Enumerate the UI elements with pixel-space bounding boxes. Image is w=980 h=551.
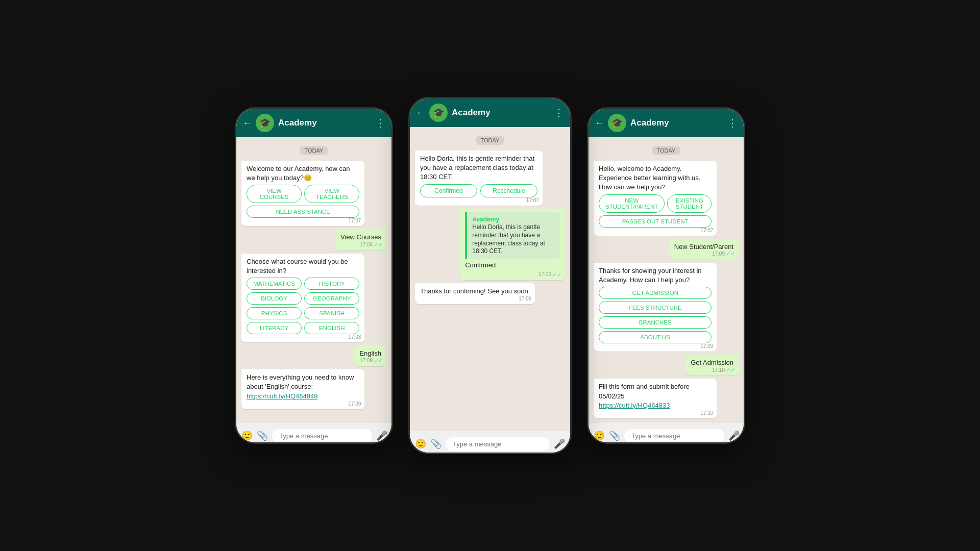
- bot-message-3: Fill this form and submit before 05/02/2…: [594, 379, 717, 418]
- bot-message-1: Welcome to our Academy, how can we help …: [241, 161, 364, 226]
- phone3-input-bar: 🙂 📎 🎤: [589, 423, 744, 444]
- physics-btn[interactable]: PHYSICS: [247, 307, 302, 319]
- microphone-icon[interactable]: 🎤: [554, 438, 565, 449]
- back-arrow-icon[interactable]: ←: [416, 108, 425, 118]
- phones-container: ← 🎓 Academy ⋮ TODAY Welcome to our Acade…: [235, 97, 745, 454]
- user-message-2: Get Admission 17:10 ✓✓: [685, 355, 739, 375]
- phone2-chat-area: TODAY Hello Doria, this is gentle remind…: [410, 127, 570, 431]
- confirmed-reschedule-row: Confirmed Reschedule: [420, 184, 537, 197]
- menu-dots-icon[interactable]: ⋮: [727, 117, 738, 129]
- phone1-header: ← 🎓 Academy ⋮: [236, 109, 391, 137]
- new-student-btn[interactable]: NEW STUDENT/PARENT: [599, 194, 665, 213]
- attach-icon[interactable]: 📎: [430, 438, 442, 449]
- user-message-2: English 17:09 ✓✓: [354, 345, 386, 366]
- back-arrow-icon[interactable]: ←: [595, 118, 604, 129]
- quick-replies-1: NEW STUDENT/PARENT EXISTING STUDENT PASS…: [599, 194, 712, 228]
- date-divider: TODAY: [241, 145, 386, 155]
- contact-name: Academy: [630, 118, 723, 128]
- need-assistance-btn[interactable]: NEED ASSISTANCE: [247, 206, 359, 218]
- quick-replies-2: MATHEMATICS HISTORY BIOLOGY GEOGRAPHY PH…: [247, 278, 359, 334]
- avatar: 🎓: [608, 114, 626, 132]
- reschedule-btn[interactable]: Reschedule: [480, 184, 537, 197]
- attach-icon[interactable]: 📎: [609, 430, 620, 441]
- view-teachers-btn[interactable]: VIEW TEACHERS: [304, 185, 359, 203]
- message-input[interactable]: [446, 437, 550, 451]
- phone2-input-bar: 🙂 📎 🎤: [410, 431, 570, 454]
- view-courses-btn[interactable]: VIEW COURSES: [247, 185, 302, 203]
- emoji-icon[interactable]: 🙂: [415, 438, 426, 449]
- phone-3: ← 🎓 Academy ⋮ TODAY Hello, welcome to Ac…: [587, 107, 745, 444]
- about-us-btn[interactable]: ABOUT US: [599, 331, 712, 343]
- phone-1: ← 🎓 Academy ⋮ TODAY Welcome to our Acade…: [235, 107, 393, 444]
- microphone-icon[interactable]: 🎤: [728, 430, 740, 441]
- emoji-icon[interactable]: 🙂: [241, 430, 253, 441]
- attach-icon[interactable]: 📎: [257, 430, 268, 441]
- menu-dots-icon[interactable]: ⋮: [554, 107, 564, 119]
- quick-replies-2: GET ADMISSION FEES STRUCTURE BRANCHES AB…: [599, 287, 712, 343]
- user-message-1: View Courses 17:08 ✓✓: [335, 229, 386, 250]
- date-divider: TODAY: [415, 135, 565, 144]
- get-admission-btn[interactable]: GET ADMISSION: [599, 287, 712, 299]
- fees-structure-btn[interactable]: FEES STRUCTURE: [599, 302, 712, 314]
- bot-message-1: Hello, welcome to Academy. Experience be…: [594, 161, 717, 236]
- passes-out-btn[interactable]: PASSES OUT STUDENT: [599, 215, 712, 228]
- phone3-chat-area: TODAY Hello, welcome to Academy. Experie…: [589, 137, 744, 423]
- admission-link[interactable]: https://cutt.ly/HQ464833: [599, 402, 670, 409]
- contact-name: Academy: [452, 108, 550, 118]
- biology-btn[interactable]: BIOLOGY: [247, 292, 302, 305]
- bot-message-3: Here is everything you need to know abou…: [241, 369, 364, 409]
- spanish-btn[interactable]: SPANISH: [304, 307, 359, 319]
- date-divider: TODAY: [594, 145, 739, 155]
- back-arrow-icon[interactable]: ←: [242, 118, 252, 129]
- emoji-icon[interactable]: 🙂: [594, 430, 605, 441]
- phone2-header: ← 🎓 Academy ⋮: [410, 98, 570, 127]
- microphone-icon[interactable]: 🎤: [376, 430, 387, 441]
- history-btn[interactable]: HISTORY: [304, 278, 359, 290]
- phone3-header: ← 🎓 Academy ⋮: [589, 109, 744, 137]
- quick-replies-1: VIEW COURSES VIEW TEACHERS NEED ASSISTAN…: [247, 185, 359, 218]
- bot-message-2: Thanks for confirming! See you soon. 17:…: [415, 283, 535, 304]
- english-btn[interactable]: ENGLISH: [304, 322, 359, 334]
- bot-message-1: Hello Doria, this is gentle reminder tha…: [415, 151, 543, 206]
- confirmed-btn[interactable]: Confirmed: [420, 184, 477, 197]
- phone-2: ← 🎓 Academy ⋮ TODAY Hello Doria, this is…: [408, 97, 572, 454]
- message-input[interactable]: [624, 429, 724, 443]
- geography-btn[interactable]: GEOGRAPHY: [304, 292, 359, 305]
- bot-message-2: Choose what course would you be interest…: [241, 254, 364, 342]
- user-message-1: New Student/Parent 17:09 ✓✓: [669, 239, 739, 260]
- branches-btn[interactable]: BRANCHES: [599, 316, 712, 329]
- avatar: 🎓: [429, 104, 448, 122]
- menu-dots-icon[interactable]: ⋮: [375, 117, 385, 129]
- mathematics-btn[interactable]: MATHEMATICS: [247, 278, 302, 290]
- phone1-chat-area: TODAY Welcome to our Academy, how can we…: [236, 137, 391, 423]
- course-link[interactable]: https://cutt.ly/HQ464849: [247, 392, 317, 400]
- literacy-btn[interactable]: LITERACY: [247, 322, 302, 334]
- message-input[interactable]: [272, 429, 372, 443]
- avatar: 🎓: [256, 114, 274, 132]
- phone1-input-bar: 🙂 📎 🎤: [236, 423, 391, 444]
- quote-bubble: Avademy Hello Doria, this is gentle remi…: [465, 212, 560, 259]
- user-message-1: Avademy Hello Doria, this is gentle remi…: [460, 209, 565, 280]
- bot-message-2: Thanks for showing your interest in Acad…: [594, 263, 717, 352]
- existing-student-btn[interactable]: EXISTING STUDENT: [667, 194, 712, 213]
- contact-name: Academy: [278, 118, 371, 128]
